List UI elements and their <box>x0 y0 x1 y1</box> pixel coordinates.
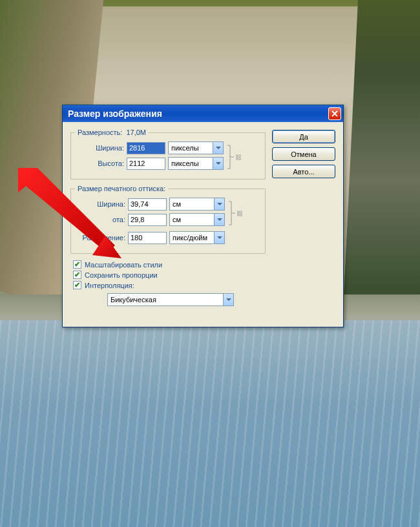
close-icon <box>331 110 338 117</box>
constrain-bracket <box>227 198 236 229</box>
doc-height-label: ота: <box>75 216 128 223</box>
doc-width-unit-select[interactable]: см <box>169 198 225 211</box>
close-button[interactable] <box>328 107 341 120</box>
resolution-unit-select[interactable]: пикс/дюйм <box>169 231 225 244</box>
doc-height-unit-select[interactable]: см <box>169 213 225 226</box>
chevron-down-icon <box>213 142 223 154</box>
chevron-down-icon <box>213 158 223 169</box>
doc-height-input[interactable] <box>128 214 167 226</box>
doc-width-input[interactable] <box>128 198 167 211</box>
cancel-button[interactable]: Отмена <box>272 147 335 161</box>
px-height-unit-value: пикселы <box>171 160 199 167</box>
chevron-down-icon <box>214 214 224 225</box>
resample-checkbox[interactable]: ✔ <box>73 281 81 289</box>
chevron-down-icon <box>214 198 224 210</box>
px-width-unit-select[interactable]: пикселы <box>168 141 224 154</box>
auto-button[interactable]: Авто... <box>272 165 335 178</box>
scale-styles-checkbox[interactable]: ✔ <box>73 260 81 269</box>
doc-height-unit-value: см <box>173 216 181 223</box>
dialog-titlebar[interactable]: Размер изображения <box>63 105 343 122</box>
scale-styles-label: Масштабировать стили <box>85 261 162 269</box>
px-width-unit-value: пикселы <box>171 144 199 152</box>
link-icon: ⛓ <box>235 154 242 161</box>
interpolation-select[interactable]: Бикубическая <box>107 293 234 306</box>
dialog-title: Размер изображения <box>68 108 162 119</box>
px-height-input[interactable] <box>127 158 165 170</box>
constrain-proportions-label: Сохранить пропорции <box>85 271 158 279</box>
doc-width-unit-value: см <box>173 200 181 208</box>
constrain-proportions-checkbox[interactable]: ✔ <box>73 271 81 279</box>
background-river <box>0 320 420 527</box>
pixel-dimensions-legend: Размерность: 17,0M <box>75 129 149 136</box>
interpolation-value: Бикубическая <box>110 296 156 304</box>
doc-width-label: Ширина: <box>75 200 128 208</box>
link-icon: ⛓ <box>236 210 243 217</box>
resample-label: Интерполяция: <box>85 282 134 289</box>
ok-button[interactable]: Да <box>272 130 335 143</box>
document-size-legend: Размер печатного оттиска: <box>75 185 168 192</box>
resolution-input[interactable] <box>128 232 167 244</box>
chevron-down-icon <box>223 294 233 305</box>
pixel-dimensions-group: Размерность: 17,0M Ширина: пикселы <box>70 129 266 180</box>
resolution-unit-value: пикс/дюйм <box>173 234 207 242</box>
px-height-label: Высота: <box>75 160 127 167</box>
image-size-dialog: Размер изображения Размерность: 17,0M Ши… <box>62 105 344 327</box>
constrain-bracket <box>226 141 235 172</box>
px-width-label: Ширина: <box>75 144 127 152</box>
resolution-label: Разрешение: <box>75 234 128 242</box>
chevron-down-icon <box>214 232 224 243</box>
px-height-unit-select[interactable]: пикселы <box>168 157 224 170</box>
document-size-group: Размер печатного оттиска: Ширина: см <box>70 185 266 254</box>
px-width-input[interactable] <box>127 142 165 154</box>
